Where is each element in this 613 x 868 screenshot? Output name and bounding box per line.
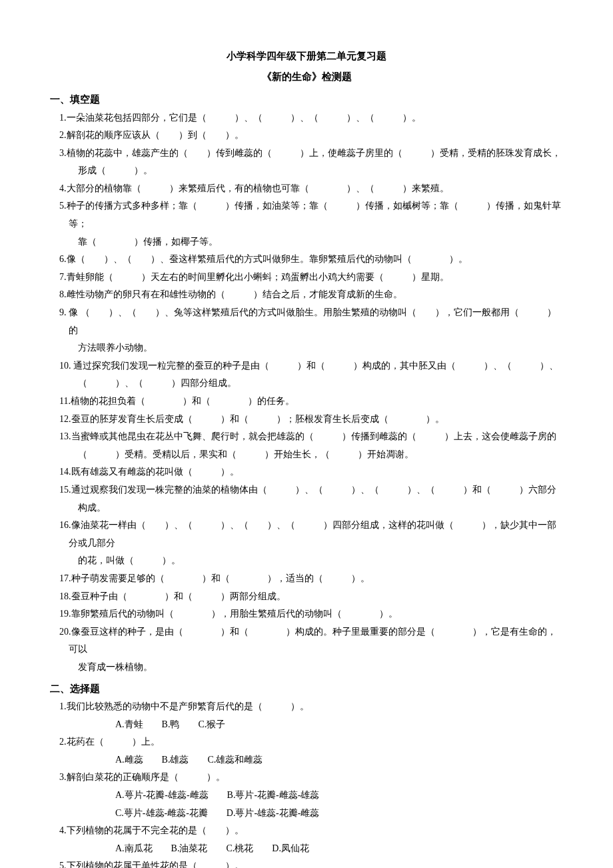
fill-q13: 13.当蜜蜂或其他昆虫在花丛中飞舞、爬行时，就会把雄蕊的（ ）传播到雌蕊的（ ）… — [50, 428, 563, 446]
fill-q16: 16.像油菜花一样由（ ）、（ ）、（ ）、（ ）四部分组成，这样的花叫做（ ）… — [50, 517, 563, 552]
section-2-heading: 二、选择题 — [50, 679, 563, 699]
fill-q11: 11.植物的花担负着（ ）和（ ）的任务。 — [50, 393, 563, 411]
fill-q17: 17.种子萌发需要足够的（ ）和（ ），适当的（ ）。 — [50, 570, 563, 588]
sub-title: 《新的生命》检测题 — [50, 67, 563, 87]
fill-q16-cont: 的花，叫做（ ）。 — [50, 552, 563, 570]
fill-q14: 14.既有雄蕊又有雌蕊的花叫做（ ）。 — [50, 463, 563, 481]
choice-q5: 5.下列植物的花属于单性花的是（ ）。 — [50, 857, 563, 868]
fill-q13-cont: （ ）受精。受精以后，果实和（ ）开始生长，（ ）开始凋谢。 — [50, 446, 563, 464]
fill-q6: 6.像（ ）、（ ）、蚕这样繁殖后代的方式叫做卵生。靠卵繁殖后代的动物叫（ ）。 — [50, 251, 563, 269]
choice-q3-opts2: C.萼片-雄蕊-雌蕊-花瓣 D.萼片-雄蕊-花瓣-雌蕊 — [50, 805, 563, 823]
choice-q1: 1.我们比较熟悉的动物中不是产卵繁育后代的是（ ）。 — [50, 698, 563, 716]
fill-q8: 8.雌性动物产的卵只有在和雄性动物的（ ）结合之后，才能发育成新的生命。 — [50, 286, 563, 304]
fill-q10-cont: （ ）、（ ）四部分组成。 — [50, 375, 563, 393]
main-title: 小学科学四年级下册第二单元复习题 — [50, 47, 563, 66]
fill-q12: 12.蚕豆的胚芽发育生长后变成（ ）和（ ）；胚根发育生长后变成（ ）。 — [50, 411, 563, 429]
choice-q4-opts: A.南瓜花 B.油菜花 C.桃花 D.凤仙花 — [50, 840, 563, 858]
fill-q3: 3.植物的花蕊中，雄蕊产生的（ ）传到雌蕊的（ ）上，使雌蕊子房里的（ ）受精，… — [50, 145, 563, 163]
fill-q20-cont: 发育成一株植物。 — [50, 659, 563, 677]
fill-q3-cont: 形成（ ）。 — [50, 162, 563, 180]
fill-q4: 4.大部分的植物靠（ ）来繁殖后代，有的植物也可靠（ ）、（ ）来繁殖。 — [50, 180, 563, 198]
choice-q4: 4.下列植物的花属于不完全花的是（ ）。 — [50, 822, 563, 840]
fill-q7: 7.青蛙卵能（ ）天左右的时间里孵化出小蝌蚪；鸡蛋孵出小鸡大约需要（ ）星期。 — [50, 269, 563, 287]
fill-q15-cont: 构成。 — [50, 499, 563, 517]
choice-q2-opts: A.雌蕊 B.雄蕊 C.雄蕊和雌蕊 — [50, 751, 563, 769]
fill-q9: 9. 像 （ ）、（ ）、兔等这样繁殖后代的方式叫做胎生。用胎生繁殖的动物叫（ … — [50, 304, 563, 339]
choice-q3: 3.解剖白菜花的正确顺序是（ ）。 — [50, 769, 563, 787]
fill-q5-cont: 靠（ ）传播，如椰子等。 — [50, 233, 563, 251]
fill-q9-cont: 方法喂养小动物。 — [50, 339, 563, 357]
choice-q1-opts: A.青蛙 B.鸭 C.猴子 — [50, 716, 563, 734]
fill-q1: 1.一朵油菜花包括四部分，它们是（ ）、（ ）、（ ）、（ ）。 — [50, 109, 563, 127]
fill-q2: 2.解剖花的顺序应该从（ ）到（ ）。 — [50, 127, 563, 145]
choice-q3-opts1: A.萼片-花瓣-雄蕊-雌蕊 B.萼片-花瓣-雌蕊-雄蕊 — [50, 787, 563, 805]
section-1-heading: 一、填空题 — [50, 90, 563, 109]
fill-q20: 20.像蚕豆这样的种子，是由（ ）和（ ）构成的。种子里最重要的部分是（ ），它… — [50, 623, 563, 659]
fill-q10: 10. 通过探究我们发现一粒完整的蚕豆的种子是由（ ）和（ ）构成的，其中胚又由… — [50, 357, 563, 375]
fill-q5: 5.种子的传播方式多种多样；靠（ ）传播，如油菜等；靠（ ）传播，如槭树等；靠（… — [50, 197, 563, 233]
choice-q2: 2.花药在（ ）上。 — [50, 733, 563, 751]
fill-q19: 19.靠卵繁殖后代的动物叫（ ），用胎生繁殖后代的动物叫（ ）。 — [50, 605, 563, 623]
fill-q15: 15.通过观察我们发现一株完整的油菜的植物体由（ ）、（ ）、（ ）、（ ）和（… — [50, 481, 563, 499]
fill-q18: 18.蚕豆种子由（ ）和（ ）两部分组成。 — [50, 588, 563, 606]
